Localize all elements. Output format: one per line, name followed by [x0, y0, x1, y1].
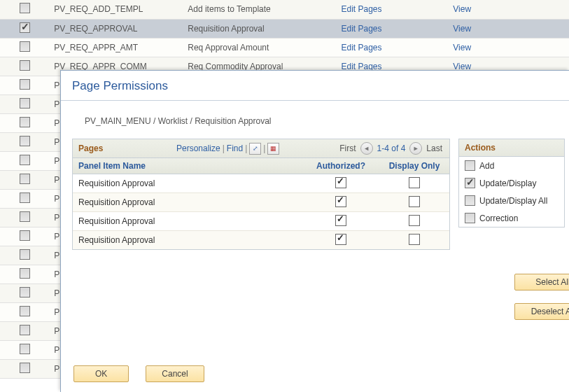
row-checkbox[interactable] [20, 268, 30, 279]
view-link[interactable]: View [453, 4, 471, 14]
actions-title: Actions [459, 139, 564, 157]
col-authorized: Authorized? [302, 161, 379, 171]
cancel-button[interactable]: Cancel [146, 365, 204, 382]
pages-grid: Pages Personalize | Find | ⤢ | ▦ First ◄… [72, 139, 450, 250]
action-label: Add [479, 161, 494, 171]
view-link[interactable]: View [453, 43, 471, 52]
table-row[interactable]: PV_REQ_ADD_TEMPLAdd items to TemplateEdi… [0, 0, 569, 19]
nav-prev-icon[interactable]: ◄ [360, 142, 373, 155]
col-panel-item-name: Panel Item Name [73, 161, 302, 171]
row-checkbox[interactable] [20, 60, 30, 71]
row-name: PV_REQ_APPROVAL [50, 19, 183, 38]
row-checkbox[interactable] [20, 363, 30, 373]
row-checkbox[interactable] [20, 3, 30, 13]
nav-range[interactable]: 1-4 of 4 [377, 144, 406, 153]
row-name: PV_REQ_ADD_TEMPL [50, 0, 183, 19]
row-checkbox[interactable] [20, 249, 30, 260]
personalize-link[interactable]: Personalize [176, 144, 220, 153]
row-desc: Add items to Template [183, 0, 337, 19]
panel-item-name: Requisition Approval [73, 178, 302, 188]
pages-grid-row: Requisition Approval [73, 231, 449, 249]
pages-grid-row: Requisition Approval [73, 174, 449, 193]
row-checkbox[interactable] [20, 41, 30, 52]
table-row[interactable]: PV_REQ_APPROVALRequisition ApprovalEdit … [0, 19, 569, 38]
table-row[interactable]: PV_REQ_APPR_AMTReq Approval AmountEdit P… [0, 38, 569, 57]
action-item: Update/Display All [459, 192, 564, 209]
row-desc: Requisition Approval [183, 19, 337, 38]
panel-item-name: Requisition Approval [73, 216, 302, 226]
row-checkbox[interactable] [20, 325, 30, 335]
pages-grid-title: Pages [73, 144, 176, 153]
row-checkbox[interactable] [20, 230, 30, 241]
row-checkbox[interactable] [20, 22, 30, 33]
download-icon[interactable]: ▦ [267, 143, 279, 155]
dialog-title: Page Permissions [61, 71, 569, 101]
display-only-checkbox[interactable] [409, 177, 420, 188]
find-link[interactable]: Find [227, 144, 243, 153]
row-checkbox[interactable] [20, 136, 30, 146]
display-only-checkbox[interactable] [409, 215, 420, 226]
action-item: Update/Display [459, 174, 564, 192]
authorized-checkbox[interactable] [335, 234, 346, 245]
row-checkbox[interactable] [20, 98, 30, 108]
action-label: Correction [479, 214, 518, 223]
pages-grid-row: Requisition Approval [73, 212, 449, 231]
action-checkbox[interactable] [465, 160, 475, 171]
authorized-checkbox[interactable] [335, 177, 346, 188]
action-label: Update/Display All [479, 196, 547, 206]
row-checkbox[interactable] [20, 344, 30, 354]
deselect-all-button[interactable]: Deselect All [514, 303, 569, 320]
row-checkbox[interactable] [20, 287, 30, 298]
edit-pages-link[interactable]: Edit Pages [341, 43, 381, 52]
authorized-checkbox[interactable] [335, 215, 346, 226]
authorized-checkbox[interactable] [335, 196, 346, 207]
action-label: Update/Display [479, 178, 536, 188]
nav-last[interactable]: Last [426, 144, 442, 153]
select-all-button[interactable]: Select All [514, 274, 569, 290]
row-checkbox[interactable] [20, 79, 30, 90]
action-item: Correction [459, 209, 564, 227]
view-link[interactable]: View [453, 24, 471, 34]
breadcrumb: PV_MAIN_MENU / Worklist / Requisition Ap… [61, 101, 569, 139]
nav-first[interactable]: First [339, 144, 356, 153]
pages-grid-row: Requisition Approval [73, 193, 449, 212]
actions-panel: Actions AddUpdate/DisplayUpdate/Display … [458, 139, 565, 227]
row-checkbox[interactable] [20, 306, 30, 316]
row-checkbox[interactable] [20, 192, 30, 203]
col-display-only: Display Only [379, 161, 449, 171]
action-checkbox[interactable] [465, 178, 475, 188]
panel-item-name: Requisition Approval [73, 235, 302, 245]
ok-button[interactable]: OK [73, 365, 129, 382]
row-checkbox[interactable] [20, 155, 30, 165]
action-checkbox[interactable] [465, 213, 475, 223]
row-desc: Req Approval Amount [183, 38, 337, 57]
nav-next-icon[interactable]: ► [409, 142, 422, 155]
row-checkbox[interactable] [20, 211, 30, 222]
edit-pages-link[interactable]: Edit Pages [341, 4, 381, 14]
row-checkbox[interactable] [20, 174, 30, 184]
display-only-checkbox[interactable] [409, 196, 420, 207]
row-checkbox[interactable] [20, 117, 30, 127]
display-only-checkbox[interactable] [409, 234, 420, 245]
row-name: PV_REQ_APPR_AMT [50, 38, 183, 57]
panel-item-name: Requisition Approval [73, 197, 302, 207]
zoom-icon[interactable]: ⤢ [249, 143, 261, 155]
page-permissions-dialog: Page Permissions PV_MAIN_MENU / Worklist… [60, 70, 569, 392]
edit-pages-link[interactable]: Edit Pages [341, 24, 381, 34]
action-item: Add [459, 157, 564, 174]
action-checkbox[interactable] [465, 195, 475, 206]
